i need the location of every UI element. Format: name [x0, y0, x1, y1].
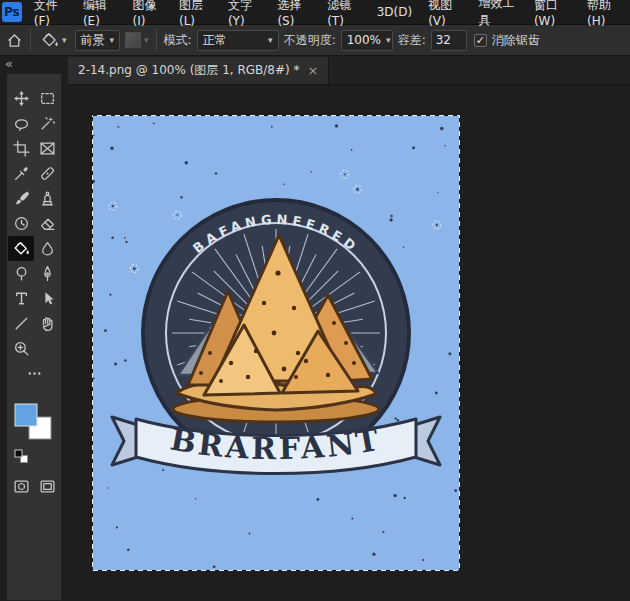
tool-crop[interactable]: [8, 136, 34, 161]
tool-paint-bucket[interactable]: [8, 236, 34, 261]
tool-blur[interactable]: [34, 236, 60, 261]
pattern-swatch: [125, 32, 141, 48]
menu-item-edit[interactable]: 编辑(E): [75, 0, 125, 24]
blend-mode-select[interactable]: 正常 ▾: [197, 30, 279, 51]
pattern-picker: ▾: [125, 32, 149, 48]
collapse-panel-button[interactable]: «: [0, 57, 68, 73]
fill-source-select[interactable]: 前景 ▾: [75, 30, 121, 51]
color-swatches[interactable]: [12, 402, 56, 444]
foreground-color-swatch[interactable]: [15, 404, 37, 426]
chevron-down-icon: ▾: [144, 36, 149, 45]
close-icon[interactable]: ×: [308, 63, 319, 78]
home-icon[interactable]: [6, 32, 23, 49]
chevron-down-icon: ▾: [62, 36, 67, 45]
screen-mode-button[interactable]: [34, 474, 60, 499]
tool-eyedropper[interactable]: [8, 161, 34, 186]
tool-path-selection[interactable]: [34, 286, 60, 311]
tolerance-input[interactable]: [431, 30, 467, 51]
menu-item-select[interactable]: 选择(S): [269, 0, 319, 24]
tool-history-brush[interactable]: [8, 211, 34, 236]
photoshop-logo[interactable]: Ps: [2, 2, 22, 22]
opacity-label: 不透明度:: [284, 32, 336, 49]
antialias-checkbox[interactable]: ✓: [474, 34, 487, 47]
chevron-down-icon: ▾: [268, 36, 273, 45]
paint-bucket-icon: [41, 31, 59, 49]
tool-hand[interactable]: [34, 311, 60, 336]
tool-object-selection[interactable]: [34, 111, 60, 136]
tool-lasso[interactable]: [8, 111, 34, 136]
menu-item-view[interactable]: 视图(V): [420, 0, 470, 24]
separator: [156, 29, 157, 51]
opacity-value: 100%: [347, 33, 381, 47]
quick-mask-button[interactable]: [8, 474, 34, 499]
opacity-combo[interactable]: 100% ▾: [341, 30, 393, 51]
canvas-area[interactable]: BAFANGNEERED BRARFANT: [68, 85, 630, 601]
tool-preset-picker[interactable]: ▾: [38, 30, 70, 50]
menu-item-window[interactable]: 窗口(W): [526, 0, 579, 24]
menu-item-layer[interactable]: 图层(L): [171, 0, 220, 24]
document-tab-title: 2-14.png @ 100% (图层 1, RGB/8#) *: [78, 62, 300, 79]
tool-move[interactable]: [8, 86, 34, 111]
tool-spot-healing-brush[interactable]: [34, 161, 60, 186]
tool-edit-toolbar[interactable]: [8, 361, 60, 386]
menu-item-type[interactable]: 文字(Y): [220, 0, 270, 24]
separator: [30, 29, 31, 51]
tool-rectangular-marquee[interactable]: [34, 86, 60, 111]
menu-bar: Ps 文件(F) 编辑(E) 图像(I) 图层(L) 文字(Y) 选择(S) 滤…: [0, 0, 630, 24]
antialias-option[interactable]: ✓ 消除锯齿: [474, 32, 540, 49]
document-tab[interactable]: 2-14.png @ 100% (图层 1, RGB/8#) * ×: [68, 57, 329, 84]
menu-item-filter[interactable]: 滤镜(T): [319, 0, 369, 24]
left-dock: «: [0, 57, 68, 601]
default-colors-icon[interactable]: [13, 448, 29, 464]
blend-mode-value: 正常: [203, 32, 227, 49]
menu-item-file[interactable]: 文件(F): [26, 0, 75, 24]
tool-line[interactable]: [8, 311, 34, 336]
menu-item-help[interactable]: 帮助(H): [579, 0, 630, 24]
tool-brush[interactable]: [8, 186, 34, 211]
options-bar: ▾ 前景 ▾ ▾ 模式: 正常 ▾ 不透明度: 100% ▾ 容差: ✓ 消除锯…: [0, 24, 630, 56]
tool-clone-stamp[interactable]: [34, 186, 60, 211]
tool-frame[interactable]: [34, 136, 60, 161]
tool-zoom[interactable]: [8, 336, 34, 361]
tool-horizontal-type[interactable]: [8, 286, 34, 311]
menu-item-plugins[interactable]: 增效工具: [470, 0, 526, 24]
menu-item-image[interactable]: 图像(I): [125, 0, 171, 24]
menu-item-3d[interactable]: 3D(D): [369, 0, 420, 24]
photoshop-window: Ps 文件(F) 编辑(E) 图像(I) 图层(L) 文字(Y) 选择(S) 滤…: [0, 0, 630, 601]
tool-spacer: [34, 336, 60, 361]
tool-panel: [6, 73, 62, 601]
antialias-label: 消除锯齿: [492, 32, 540, 49]
document-tab-bar: 2-14.png @ 100% (图层 1, RGB/8#) * ×: [68, 57, 630, 85]
fill-source-value: 前景: [81, 32, 105, 49]
tool-pen[interactable]: [34, 261, 60, 286]
document-canvas[interactable]: BAFANGNEERED BRARFANT: [92, 115, 460, 571]
tool-eraser[interactable]: [34, 211, 60, 236]
tool-dodge[interactable]: [8, 261, 34, 286]
chevron-down-icon: ▾: [386, 36, 391, 45]
mode-label: 模式:: [164, 32, 192, 49]
tolerance-label: 容差:: [398, 32, 426, 49]
chevron-down-icon: ▾: [110, 36, 115, 45]
